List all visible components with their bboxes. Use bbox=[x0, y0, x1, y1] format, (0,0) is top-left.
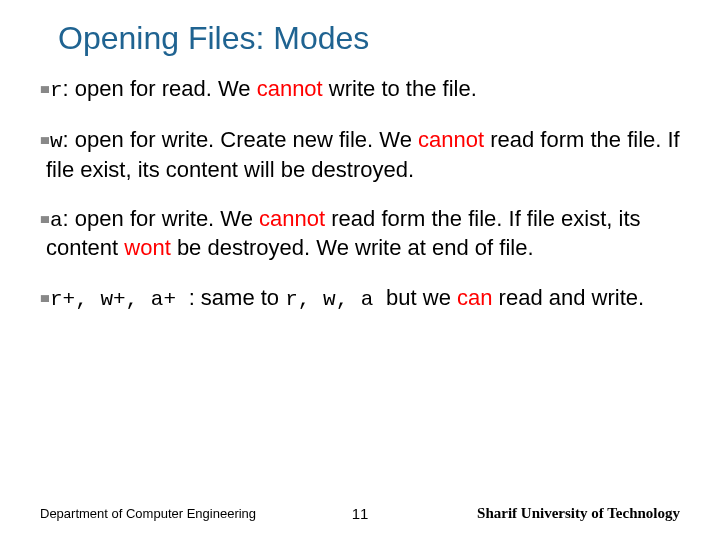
text: : open for read. We bbox=[63, 76, 257, 101]
footer-department: Department of Computer Engineering bbox=[40, 506, 256, 521]
text: : open for write. Create new file. We bbox=[63, 127, 418, 152]
bullet-mode-w: w: open for write. Create new file. We c… bbox=[40, 126, 680, 183]
footer-university: Sharif University of Technology bbox=[477, 505, 680, 522]
emphasis: can bbox=[457, 285, 492, 310]
emphasis: cannot bbox=[418, 127, 484, 152]
mode-code-inline: r, w, a bbox=[285, 288, 386, 311]
text: write to the file. bbox=[323, 76, 477, 101]
content-body: r: open for read. We cannot write to the… bbox=[40, 75, 680, 313]
mode-code: a bbox=[50, 209, 63, 232]
slide: Opening Files: Modes r: open for read. W… bbox=[0, 0, 720, 540]
page-title: Opening Files: Modes bbox=[58, 20, 680, 57]
mode-code: r+, w+, a+ bbox=[50, 288, 189, 311]
text: : open for write. We bbox=[63, 206, 259, 231]
mode-code: r bbox=[50, 79, 63, 102]
footer: Department of Computer Engineering 11 Sh… bbox=[0, 505, 720, 522]
text: : same to bbox=[189, 285, 286, 310]
bullet-mode-r: r: open for read. We cannot write to the… bbox=[40, 75, 680, 104]
emphasis: cannot bbox=[257, 76, 323, 101]
emphasis: wont bbox=[124, 235, 170, 260]
page-number: 11 bbox=[352, 505, 369, 522]
bullet-mode-a: a: open for write. We cannot read form t… bbox=[40, 205, 680, 262]
bullet-mode-plus: r+, w+, a+ : same to r, w, a but we can … bbox=[40, 284, 680, 313]
text: be destroyed. We write at end of file. bbox=[171, 235, 534, 260]
text: but we bbox=[386, 285, 457, 310]
mode-code: w bbox=[50, 130, 63, 153]
text: read and write. bbox=[492, 285, 644, 310]
emphasis: cannot bbox=[259, 206, 325, 231]
